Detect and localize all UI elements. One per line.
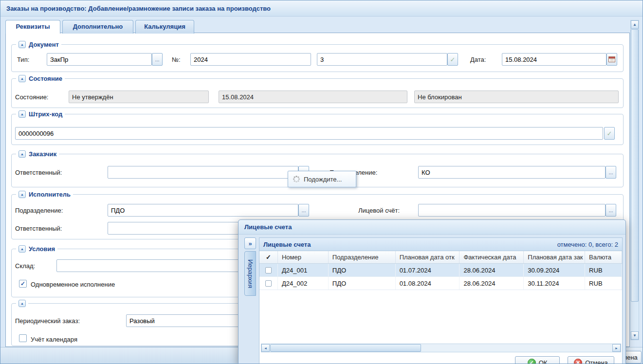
scroll-down-icon[interactable]: ▼ bbox=[631, 331, 639, 340]
spinner-icon bbox=[293, 175, 300, 183]
tab-rekvizity[interactable]: Реквизиты bbox=[5, 20, 60, 34]
column-header-fact[interactable]: Фактическая дата bbox=[459, 251, 524, 263]
tab-kalkulyaciya[interactable]: Калькуляция bbox=[135, 20, 194, 34]
dialog-ok-label: ОК bbox=[539, 359, 548, 364]
doc-date-input[interactable] bbox=[502, 53, 606, 66]
accounts-grid-title: Лицевые счета bbox=[263, 241, 311, 248]
calendar-icon bbox=[608, 56, 615, 63]
dialog-cancel-button[interactable]: ✕ Отмена bbox=[568, 356, 614, 364]
executor-account-label: Лицевой счёт: bbox=[358, 207, 400, 214]
cell-fact: 28.06.2024 bbox=[459, 264, 524, 276]
row-checkbox-cell bbox=[259, 277, 278, 290]
executor-account-input[interactable] bbox=[418, 204, 606, 217]
executor-department-input[interactable] bbox=[108, 204, 298, 217]
tab-dopolnitelno[interactable]: Дополнительно bbox=[62, 20, 133, 34]
group-conditions-title: ▲ Условия bbox=[16, 244, 57, 253]
collapse-periodic-button[interactable]: ▲ bbox=[18, 300, 26, 307]
column-header-department[interactable]: Подразделение bbox=[329, 251, 396, 263]
doc-type-label: Тип: bbox=[17, 56, 29, 63]
group-customer-label: Заказчик bbox=[29, 150, 56, 158]
row-checkbox[interactable] bbox=[265, 280, 272, 287]
collapse-state-button[interactable]: ▲ bbox=[18, 75, 26, 82]
column-header-check[interactable]: ✓ bbox=[259, 251, 278, 263]
table-row[interactable]: Д24_002 ПДО 01.08.2024 28.06.2024 30.11.… bbox=[259, 277, 622, 290]
group-barcode-label: Штрих-код bbox=[29, 110, 62, 118]
simultaneous-label: Одновременное исполнение bbox=[31, 281, 115, 288]
group-state-title: ▲ Состояние bbox=[16, 74, 65, 83]
customer-department-lookup-button[interactable]: ... bbox=[606, 166, 616, 179]
cell-plan-close: 30.11.2024 bbox=[524, 277, 585, 290]
scroll-up-icon[interactable]: ▲ bbox=[631, 20, 639, 29]
column-header-plan-open[interactable]: Плановая дата отк bbox=[396, 251, 460, 263]
column-header-plan-close[interactable]: Плановая дата зак bbox=[524, 251, 585, 263]
window-titlebar[interactable]: Заказы на производство: Добавление/размн… bbox=[0, 0, 643, 17]
state-status-field: Не утверждён bbox=[69, 91, 209, 103]
executor-responsible-label: Ответственный: bbox=[15, 225, 62, 232]
doc-date-calendar-button[interactable] bbox=[606, 53, 617, 66]
scroll-left-icon[interactable]: ◄ bbox=[261, 344, 270, 352]
row-checkbox-cell bbox=[259, 264, 278, 276]
column-header-number[interactable]: Номер bbox=[278, 251, 329, 263]
collapse-barcode-button[interactable]: ▲ bbox=[18, 110, 26, 118]
group-document-title: ▲ Документ bbox=[16, 40, 61, 49]
group-document-label: Документ bbox=[29, 41, 59, 48]
doc-number-label: №: bbox=[172, 56, 181, 63]
collapse-document-button[interactable]: ▲ bbox=[18, 41, 26, 48]
customer-department-input[interactable] bbox=[418, 166, 606, 179]
customer-responsible-input[interactable] bbox=[108, 166, 298, 179]
accounts-grid-header: Лицевые счета отмечено: 0, всего: 2 bbox=[259, 238, 622, 251]
group-customer-title: ▲ Заказчик bbox=[16, 149, 59, 158]
simultaneous-checkbox[interactable]: ✓ bbox=[19, 280, 27, 288]
collapse-customer-button[interactable]: ▲ bbox=[18, 150, 26, 158]
window-title: Заказы на производство: Добавление/размн… bbox=[6, 5, 271, 12]
main-vertical-scrollbar[interactable]: ▲ ▼ bbox=[630, 20, 639, 340]
doc-type-lookup-button[interactable]: ... bbox=[152, 53, 163, 66]
table-row[interactable]: Д24_001 ПДО 01.07.2024 28.06.2024 30.09.… bbox=[259, 264, 622, 277]
tab-hierarchy-label: Иерархия bbox=[247, 259, 254, 288]
accounts-grid-panel: Лицевые счета отмечено: 0, всего: 2 ✓ Но… bbox=[259, 237, 623, 364]
cell-currency: RUB bbox=[585, 277, 622, 290]
accounts-horizontal-scrollbar[interactable]: ◄ ► bbox=[261, 344, 621, 352]
wait-tooltip: Подождите... bbox=[288, 171, 356, 187]
group-periodic-title: ▲ bbox=[16, 299, 28, 308]
doc-number-input[interactable] bbox=[190, 53, 311, 66]
hscrollbar-thumb[interactable] bbox=[270, 344, 421, 352]
cell-plan-close: 30.09.2024 bbox=[524, 264, 585, 276]
state-date-field: 15.08.2024 bbox=[219, 91, 407, 103]
accounts-table-header: ✓ Номер Подразделение Плановая дата отк … bbox=[259, 251, 622, 264]
doc-number-extra-input[interactable] bbox=[317, 53, 447, 66]
row-checkbox[interactable] bbox=[265, 267, 272, 273]
cell-department: ПДО bbox=[329, 277, 396, 290]
collapse-executor-button[interactable]: ▲ bbox=[18, 191, 26, 198]
hierarchy-expand-button[interactable]: » bbox=[244, 237, 256, 249]
scroll-right-icon[interactable]: ► bbox=[612, 344, 621, 352]
barcode-input[interactable] bbox=[15, 127, 603, 140]
cell-department: ПДО bbox=[329, 264, 396, 276]
periodic-order-label: Периодический заказ: bbox=[15, 317, 80, 325]
customer-responsible-label: Ответственный: bbox=[15, 169, 62, 176]
ok-icon: ✓ bbox=[528, 359, 536, 364]
cell-number: Д24_001 bbox=[278, 264, 329, 276]
collapse-conditions-button[interactable]: ▲ bbox=[18, 245, 26, 253]
barcode-check-button[interactable]: ✓ bbox=[604, 127, 615, 140]
group-executor-label: Исполнитель bbox=[29, 191, 71, 198]
cell-currency: RUB bbox=[585, 264, 622, 276]
executor-account-lookup-button[interactable]: ... bbox=[606, 204, 616, 217]
app-window: { "window": { "title": "Заказы на произв… bbox=[0, 0, 643, 364]
cell-plan-open: 01.08.2024 bbox=[396, 277, 460, 290]
calendar-checkbox[interactable]: ✓ bbox=[19, 334, 27, 342]
executor-department-lookup-button[interactable]: ... bbox=[298, 204, 309, 217]
column-header-currency[interactable]: Валюта bbox=[585, 251, 622, 263]
calendar-label: Учёт календаря bbox=[31, 336, 77, 343]
warehouse-label: Склад: bbox=[15, 262, 35, 270]
dialog-ok-button[interactable]: ✓ ОК bbox=[515, 356, 560, 364]
doc-number-check-button[interactable]: ✓ bbox=[447, 53, 458, 66]
scrollbar-thumb[interactable] bbox=[631, 29, 639, 302]
accounts-dialog: Лицевые счета » Иерархия Лицевые счета о… bbox=[238, 219, 626, 364]
cancel-icon: ✕ bbox=[574, 359, 582, 364]
group-executor-title: ▲ Исполнитель bbox=[16, 190, 73, 199]
doc-type-input[interactable] bbox=[47, 53, 152, 66]
accounts-dialog-titlebar[interactable]: Лицевые счета bbox=[239, 220, 625, 235]
tab-hierarchy[interactable]: Иерархия bbox=[244, 251, 256, 296]
cell-number: Д24_002 bbox=[278, 277, 329, 290]
